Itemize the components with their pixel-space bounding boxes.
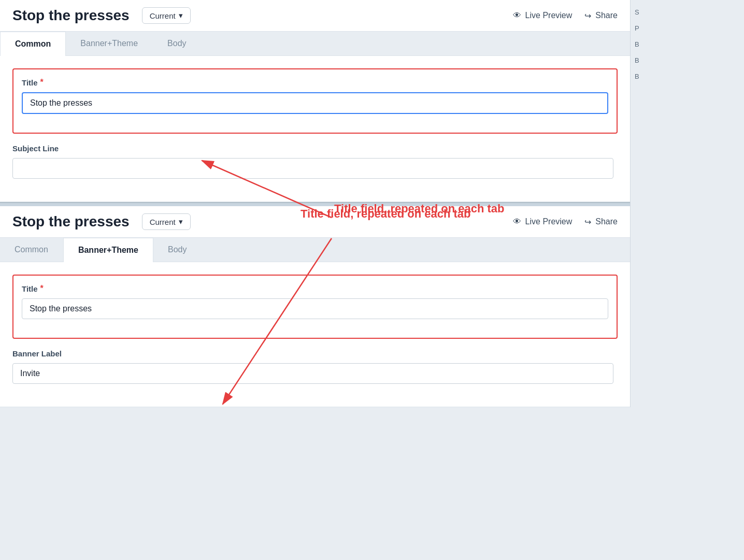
sidebar-item-b2: B — [635, 54, 740, 66]
tab-body-1[interactable]: Body — [153, 32, 201, 55]
version-label-1: Current — [150, 11, 176, 20]
chevron-down-icon-1: ▾ — [179, 11, 183, 20]
sidebar-item-p: P — [635, 22, 740, 34]
header-right-2: 👁 Live Preview ↪ Share — [513, 217, 618, 227]
sidebar-item-s: S — [635, 6, 740, 18]
title-field-annotation-box-2: Title * — [12, 275, 618, 339]
title-input-2[interactable] — [22, 298, 608, 319]
tab-common-1[interactable]: Common — [0, 32, 66, 56]
subject-line-label-1: Subject Line — [12, 144, 618, 153]
title-field-annotation-box-1: Title * — [12, 68, 618, 134]
share-icon-2: ↪ — [584, 217, 591, 227]
tabs-bar-2: Common Banner+Theme Body — [0, 238, 630, 262]
share-label-2: Share — [595, 217, 618, 226]
version-dropdown-2[interactable]: Current ▾ — [142, 213, 191, 230]
live-preview-label-2: Live Preview — [525, 217, 573, 226]
chevron-down-icon-2: ▾ — [179, 217, 183, 226]
tab-common-2[interactable]: Common — [0, 238, 63, 262]
title-input-1[interactable] — [22, 92, 608, 114]
sidebar-item-b1: B — [635, 38, 740, 50]
right-sidebar: S P B B B — [630, 0, 744, 407]
share-label-1: Share — [595, 11, 618, 20]
title-field-group-1: Title * — [22, 78, 608, 114]
sidebar-item-b3: B — [635, 70, 740, 82]
panel-2-header: Stop the presses Current ▾ 👁 Live Previe… — [0, 206, 630, 238]
tab-banner-theme-1[interactable]: Banner+Theme — [66, 32, 153, 55]
panel-divider — [0, 202, 630, 206]
subject-line-input-1[interactable] — [12, 158, 613, 179]
share-button-2[interactable]: ↪ Share — [584, 217, 618, 227]
required-star-1: * — [40, 78, 44, 87]
live-preview-label-1: Live Preview — [525, 11, 573, 20]
version-label-2: Current — [150, 218, 176, 226]
banner-label-label: Banner Label — [12, 349, 618, 358]
panel-1-header: Stop the presses Current ▾ 👁 Live Previe… — [0, 0, 630, 32]
panel-1: Stop the presses Current ▾ 👁 Live Previe… — [0, 0, 630, 202]
live-preview-button-1[interactable]: 👁 Live Preview — [513, 11, 573, 20]
subject-line-field-group-1: Subject Line — [12, 144, 618, 179]
share-icon-1: ↪ — [584, 11, 591, 21]
panel-2: Stop the presses Current ▾ 👁 Live Previe… — [0, 206, 630, 407]
banner-label-input[interactable] — [12, 363, 613, 384]
live-preview-button-2[interactable]: 👁 Live Preview — [513, 217, 573, 226]
panel-1-content: Title * Subject Line — [0, 55, 630, 202]
title-field-group-2: Title * — [22, 284, 608, 319]
required-star-2: * — [40, 284, 44, 293]
tab-banner-theme-2[interactable]: Banner+Theme — [63, 238, 153, 262]
eye-icon-2: 👁 — [513, 217, 521, 226]
tabs-bar-1: Common Banner+Theme Body — [0, 32, 630, 55]
panel-2-title: Stop the presses — [12, 213, 130, 230]
eye-icon-1: 👁 — [513, 11, 521, 20]
banner-label-field-group: Banner Label — [12, 349, 618, 384]
tab-body-2[interactable]: Body — [153, 238, 202, 262]
share-button-1[interactable]: ↪ Share — [584, 11, 618, 21]
header-right-1: 👁 Live Preview ↪ Share — [513, 11, 618, 21]
panel-1-title: Stop the presses — [12, 7, 130, 24]
panel-2-content: Title * Banner Label — [0, 262, 630, 407]
title-label-2: Title * — [22, 284, 608, 293]
version-dropdown-1[interactable]: Current ▾ — [142, 7, 191, 24]
title-label-1: Title * — [22, 78, 608, 87]
